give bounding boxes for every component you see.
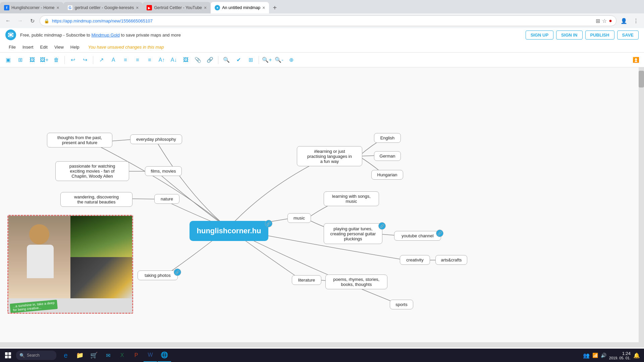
node-films[interactable]: films, movies xyxy=(145,166,182,176)
photos-link-icon[interactable]: 🔗 xyxy=(174,268,181,276)
node-guitar[interactable]: playing guitar tunes, creating personal … xyxy=(324,223,382,244)
tool-attachment[interactable]: 📎 xyxy=(193,55,203,65)
star-icon[interactable]: ☆ xyxy=(602,18,607,24)
menu-view[interactable]: View xyxy=(51,43,67,51)
tool-redo[interactable]: ↪ xyxy=(79,55,90,65)
node-learning[interactable]: #learning or just practising languages i… xyxy=(297,146,362,166)
tool-zoom-fit[interactable]: ⊕ xyxy=(286,55,297,65)
tool-select[interactable]: ▣ xyxy=(3,55,13,65)
node-hungarian-text: Hungarian xyxy=(377,172,397,177)
svg-point-5 xyxy=(12,36,13,37)
taskbar-store-icon[interactable]: 🛒 xyxy=(87,349,101,362)
tool-undo[interactable]: ↩ xyxy=(67,55,78,65)
tool-zoom-out[interactable]: 🔍- xyxy=(274,55,284,65)
scrollbar-thumb[interactable] xyxy=(639,71,644,87)
node-german-text: German xyxy=(380,154,395,159)
scrollbar-right[interactable] xyxy=(639,67,644,348)
tool-font-down[interactable]: A↓ xyxy=(168,55,179,65)
node-wander[interactable]: wandering, discovering the natural beaut… xyxy=(60,192,132,207)
mindmup-gold-link[interactable]: Mindmup Gold xyxy=(91,33,120,38)
taskbar-word-icon[interactable]: W xyxy=(144,349,157,362)
taskbar-mail-icon[interactable]: ✉ xyxy=(101,349,115,362)
tool-node[interactable]: ⊞ xyxy=(15,55,25,65)
tool-check[interactable]: ✔ xyxy=(233,55,244,65)
node-taking-photos[interactable]: taking photos xyxy=(138,270,178,280)
node-nature[interactable]: nature xyxy=(154,194,179,204)
center-link-icon[interactable]: 🔗 xyxy=(265,220,272,227)
taskbar-excel-icon[interactable]: X xyxy=(115,349,129,362)
new-tab-button[interactable]: + xyxy=(269,2,280,13)
account-icon[interactable]: 👤 xyxy=(619,16,629,25)
tool-clone[interactable]: ⊞ xyxy=(245,55,256,65)
node-german[interactable]: German xyxy=(374,151,401,161)
node-youtube[interactable]: youtube channel xyxy=(394,231,441,241)
tool-align-center[interactable]: ≡ xyxy=(132,55,143,65)
tab-hunglish[interactable]: f Hunglishcorner - Home × xyxy=(0,2,63,13)
app-top-bar: Free, public mindmap - Subscribe to Mind… xyxy=(0,28,644,42)
more-icon[interactable]: ⋮ xyxy=(631,16,641,25)
taskbar-edge-icon[interactable]: e xyxy=(59,349,72,362)
tool-search[interactable]: 🔍 xyxy=(221,55,232,65)
taskbar-search[interactable]: 🔍 Search xyxy=(16,351,56,360)
tool-font-up[interactable]: A↑ xyxy=(156,55,167,65)
tool-media[interactable]: 🖼 xyxy=(180,55,191,65)
node-philosophy[interactable]: everyday philosophy xyxy=(130,134,182,144)
tab1-close[interactable]: × xyxy=(57,5,59,10)
tool-zoom-in[interactable]: 🔍+ xyxy=(262,55,272,65)
node-creativity[interactable]: creativity xyxy=(400,255,430,265)
node-sports[interactable]: sports xyxy=(390,300,413,309)
save-button[interactable]: SAVE xyxy=(617,31,639,40)
taskbar-files-icon[interactable]: 📁 xyxy=(73,349,87,362)
tray-volume-icon[interactable]: 🔊 xyxy=(601,353,606,358)
node-music[interactable]: music xyxy=(287,213,311,223)
tab-google[interactable]: G gertrud cettler - Google-keresés × xyxy=(63,2,143,13)
start-button[interactable] xyxy=(0,349,16,362)
tool-add-image[interactable]: 🖼+ xyxy=(39,55,50,65)
tab3-close[interactable]: × xyxy=(204,5,207,10)
tray-people-icon[interactable]: 👥 xyxy=(583,352,590,359)
tab-mindmup[interactable]: ✦ An untitled mindmap × xyxy=(211,2,269,13)
promo-prefix: Free, public mindmap - Subscribe to xyxy=(20,33,91,38)
menu-file[interactable]: File xyxy=(5,43,19,51)
tool-link[interactable]: 🔗 xyxy=(205,55,215,65)
node-literature[interactable]: literature xyxy=(292,275,321,285)
guitar-link-icon[interactable]: 🔗 xyxy=(378,222,386,230)
tab2-close[interactable]: × xyxy=(136,5,139,10)
menu-insert[interactable]: Insert xyxy=(19,43,37,51)
center-node[interactable]: hunglishcorner.hu xyxy=(190,221,268,241)
tool-image-node[interactable]: 🖼 xyxy=(27,55,38,65)
opera-icon[interactable]: ● xyxy=(609,18,612,24)
taskbar-chrome-icon[interactable]: 🌐 xyxy=(158,349,171,362)
node-films-text: films, movies xyxy=(151,169,176,174)
tool-arrow[interactable]: ↗ xyxy=(96,55,107,65)
menu-help[interactable]: Help xyxy=(67,43,83,51)
tool-align-right[interactable]: ≡ xyxy=(144,55,155,65)
translate-icon[interactable]: ⊞ xyxy=(596,18,600,24)
tool-align-left[interactable]: ≡ xyxy=(120,55,131,65)
node-english[interactable]: English xyxy=(374,133,401,143)
tray-notification-icon[interactable]: 🔔 xyxy=(633,352,640,359)
address-box[interactable]: 🔒 https://app.mindmup.com/map/new/155666… xyxy=(40,15,616,26)
menu-edit[interactable]: Edit xyxy=(37,43,51,51)
tool-text-bold[interactable]: A xyxy=(108,55,119,65)
taskbar-powerpoint-icon[interactable]: P xyxy=(129,349,143,362)
node-learning-music[interactable]: learning with songs, music xyxy=(324,191,379,206)
sign-in-button[interactable]: SIGN IN xyxy=(556,31,582,40)
node-thoughts[interactable]: thoughts from the past, present and futu… xyxy=(47,133,112,147)
tool-delete[interactable]: 🗑 xyxy=(51,55,62,65)
tab4-close[interactable]: × xyxy=(262,5,265,10)
tab-youtube[interactable]: ▶ Gertrúd Cettler - YouTube × xyxy=(143,2,211,13)
scrollbar-bottom[interactable] xyxy=(0,342,639,348)
back-button[interactable]: ← xyxy=(3,16,13,25)
forward-button[interactable]: → xyxy=(15,16,25,25)
sign-up-button[interactable]: SIGN UP xyxy=(526,31,553,40)
reload-button[interactable]: ↻ xyxy=(28,16,37,25)
publish-button[interactable]: PUBLISH xyxy=(585,31,614,40)
node-hungarian[interactable]: Hungarian xyxy=(371,170,403,180)
node-films-desc[interactable]: passionate for watching exciting movies … xyxy=(55,161,129,181)
node-arts[interactable]: arts&crafts xyxy=(435,255,467,265)
youtube-link-icon[interactable]: 🔗 xyxy=(436,230,443,237)
tray-network-icon[interactable]: 📶 xyxy=(592,353,598,358)
node-poems[interactable]: poems, rhymes, stories, books, thoughts xyxy=(325,275,387,289)
tool-collapse[interactable]: ⏫ xyxy=(631,55,641,65)
